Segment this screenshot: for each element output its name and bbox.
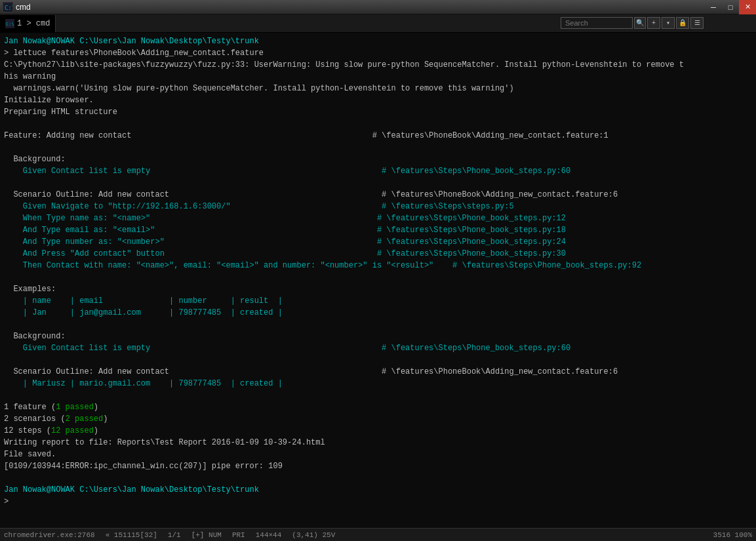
dropdown-button[interactable]: ▾ xyxy=(662,17,675,29)
step-line-1: Given Navigate to "http://192.168.1.6:30… xyxy=(4,201,752,212)
step-line-3: And Type email as: "<email>" # \features… xyxy=(4,224,752,236)
feature-line: Feature: Adding new contact # \features\… xyxy=(4,130,752,142)
info-line-1: Initialize browser. xyxy=(4,94,752,106)
background-line-2: Background: xyxy=(4,331,752,342)
examples-row-1: | Jan | jan@gmail.com | 798777485 | crea… xyxy=(4,307,752,319)
step-line-2: When Type name as: "<name>" # \features\… xyxy=(4,212,752,224)
minimize-button[interactable]: ─ xyxy=(705,0,722,14)
search-input[interactable] xyxy=(561,17,633,29)
summary-line-1: 1 feature (1 passed) xyxy=(4,401,752,413)
search-area: 🔍 + ▾ 🔒 ☰ xyxy=(561,17,704,29)
search-icon: 🔍 xyxy=(636,19,644,27)
cursor-line: > xyxy=(4,496,752,508)
window-controls: ─ □ ✕ xyxy=(705,0,756,14)
summary-line-2: 2 scenarios (2 passed) xyxy=(4,413,752,425)
svg-text:C:\: C:\ xyxy=(5,5,12,11)
close-button[interactable]: ✕ xyxy=(739,0,756,14)
blank-1 xyxy=(4,118,752,130)
warning-line-2: his warning xyxy=(4,71,752,83)
info-line-2: Preparing HTML structure xyxy=(4,106,752,118)
scenario-line-2: Scenario Outline: Add new contact # \fea… xyxy=(4,366,752,378)
scenario-line-1: Scenario Outline: Add new contact # \fea… xyxy=(4,189,752,201)
cmd-tab-icon: C:\ xyxy=(5,19,14,28)
warning-line-3: warnings.warn('Using slow pure-python Se… xyxy=(4,83,752,94)
blank-6 xyxy=(4,354,752,366)
title-bar: C:\ cmd ─ □ ✕ xyxy=(0,0,756,14)
blank-2 xyxy=(4,142,752,153)
background-line-1: Background: xyxy=(4,153,752,165)
examples-columns: | name | email | number | result | xyxy=(4,295,752,307)
settings-button[interactable]: ☰ xyxy=(690,17,704,29)
cmd-tab[interactable]: C:\ 1 > cmd xyxy=(0,15,56,32)
error-line: [0109/103944:ERROR:ipc_channel_win.cc(20… xyxy=(4,460,752,472)
examples-row-2: | Mariusz | mario.gmail.com | 798777485 … xyxy=(4,378,752,390)
blank-8 xyxy=(4,472,752,484)
warning-line-1: C:\Python27\lib\site-packages\fuzzywuzzy… xyxy=(4,59,752,71)
prompt-line-2: Jan Nowak@NOWAK C:\Users\Jan Nowak\Deskt… xyxy=(4,484,752,496)
search-button[interactable]: 🔍 xyxy=(634,17,646,29)
maximize-button[interactable]: □ xyxy=(722,0,739,14)
cmd-line: > lettuce features\PhoneBook\Adding_new_… xyxy=(4,47,752,59)
prompt-line-1: Jan Nowak@NOWAK C:\Users\Jan Nowak\Deskt… xyxy=(4,35,752,47)
lock-button[interactable]: 🔒 xyxy=(676,17,689,29)
step-line-5: And Press "Add contact" button # \featur… xyxy=(4,248,752,260)
add-tab-button[interactable]: + xyxy=(647,17,660,29)
summary-line-3: 12 steps (12 passed) xyxy=(4,425,752,437)
given-line-1: Given Contact list is empty # \features\… xyxy=(4,165,752,177)
writing-line: Writing report to file: Reports\Test Rep… xyxy=(4,437,752,449)
cmd-tab-label: 1 > cmd xyxy=(17,19,50,28)
title-bar-left: C:\ cmd xyxy=(0,2,31,12)
file-saved-line: File saved. xyxy=(4,449,752,460)
console-output[interactable]: Jan Nowak@NOWAK C:\Users\Jan Nowak\Deskt… xyxy=(0,33,756,528)
blank-4 xyxy=(4,271,752,283)
svg-text:C:\: C:\ xyxy=(6,22,14,27)
step-line-6: Then Contact with name: "<name>", email:… xyxy=(4,260,752,271)
window-title: cmd xyxy=(16,3,31,12)
tab-bar: C:\ 1 > cmd 🔍 + ▾ 🔒 ☰ xyxy=(0,14,756,33)
cmd-icon: C:\ xyxy=(3,2,13,12)
blank-3 xyxy=(4,177,752,189)
given-line-2: Given Contact list is empty # \features\… xyxy=(4,342,752,354)
step-line-4: And Type number as: "<number>" # \featur… xyxy=(4,236,752,248)
lock-icon: 🔒 xyxy=(679,19,686,27)
blank-7 xyxy=(4,390,752,401)
examples-header: Examples: xyxy=(4,283,752,295)
blank-5 xyxy=(4,319,752,331)
